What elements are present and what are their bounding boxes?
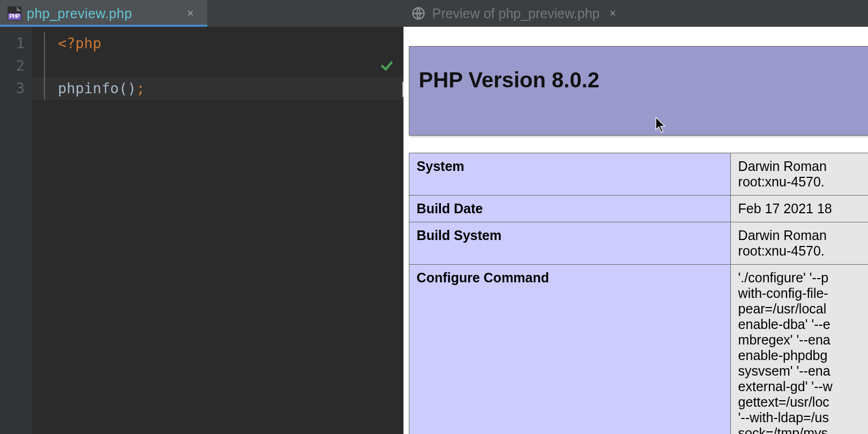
preview-tab-label: Preview of php_preview.php xyxy=(432,6,600,21)
line-number: 1 xyxy=(0,32,25,55)
func-call: phpinfo xyxy=(58,80,119,96)
preview-pane: Preview of php_preview.php × PHP Version… xyxy=(403,0,868,434)
table-row: Configure Command './configure' '--p wit… xyxy=(409,265,868,435)
cell-value: './configure' '--p with-config-file- pea… xyxy=(730,265,868,435)
cell-key: System xyxy=(409,153,730,196)
browser-view[interactable]: PHP Version 8.0.2 System Darwin Roman ro… xyxy=(403,27,868,434)
table-row: System Darwin Roman root:xnu-4570. xyxy=(409,153,868,196)
code-line[interactable]: <?php xyxy=(32,32,403,55)
phpinfo-title: PHP Version 8.0.2 xyxy=(419,68,868,92)
tab-preview[interactable]: Preview of php_preview.php × xyxy=(403,0,626,27)
checkmark-icon[interactable] xyxy=(380,59,394,73)
code-editor[interactable]: 1 2 3 <?php phpinfo(); xyxy=(0,27,403,434)
tab-label: php_preview.php xyxy=(27,6,132,21)
preview-tabstrip: Preview of php_preview.php × xyxy=(403,0,868,27)
tab-php-preview[interactable]: PHP php_preview.php × xyxy=(0,0,207,27)
table-row: Build System Darwin Roman root:xnu-4570. xyxy=(409,222,868,265)
code-line-current[interactable]: phpinfo(); xyxy=(32,77,403,100)
code-line[interactable] xyxy=(32,55,403,77)
cell-value: Feb 17 2021 18 xyxy=(730,196,868,222)
line-gutter: 1 2 3 xyxy=(0,27,32,434)
editor-tabstrip: PHP php_preview.php × xyxy=(0,0,403,27)
line-number: 3 xyxy=(0,77,25,100)
close-icon[interactable]: × xyxy=(609,6,616,20)
editor-pane: PHP php_preview.php × 1 2 3 <?php phpinf… xyxy=(0,0,403,434)
cell-value: Darwin Roman root:xnu-4570. xyxy=(730,222,868,265)
line-number: 2 xyxy=(0,55,25,77)
globe-icon xyxy=(411,6,426,21)
cell-key: Build Date xyxy=(409,196,730,222)
table-row: Build Date Feb 17 2021 18 xyxy=(409,196,868,222)
code-area[interactable]: <?php phpinfo(); xyxy=(32,27,403,434)
php-open-tag: <?php xyxy=(58,35,101,51)
close-icon[interactable]: × xyxy=(186,9,196,18)
cell-key: Build System xyxy=(409,222,730,265)
cell-value: Darwin Roman root:xnu-4570. xyxy=(730,153,868,196)
phpinfo-header: PHP Version 8.0.2 xyxy=(409,46,868,136)
cell-key: Configure Command xyxy=(409,265,730,435)
php-file-icon: PHP xyxy=(8,6,21,20)
phpinfo-table: System Darwin Roman root:xnu-4570. Build… xyxy=(409,153,868,434)
